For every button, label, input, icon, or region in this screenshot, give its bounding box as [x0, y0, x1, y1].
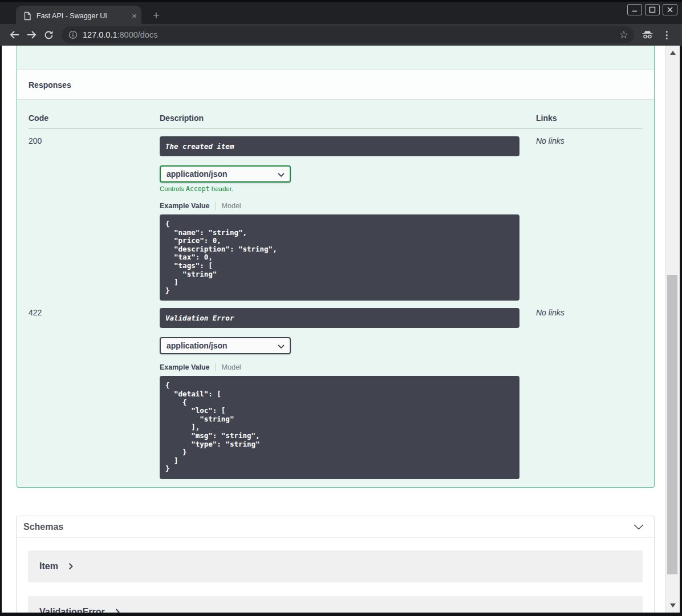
- opblock-spacer: [17, 46, 654, 70]
- links-cell: No links: [536, 136, 643, 301]
- accept-header-note: Controls Accept header.: [160, 185, 536, 193]
- schemas-title: Schemas: [23, 522, 63, 532]
- links-cell: No links: [536, 308, 643, 479]
- tab-model[interactable]: Model: [222, 202, 241, 210]
- response-description-box: Validation Error: [160, 308, 519, 328]
- profile-incognito-button[interactable]: [638, 26, 657, 43]
- media-type-value: application/json: [167, 341, 228, 350]
- schema-validationerror-card[interactable]: ValidationError: [28, 596, 643, 613]
- col-header-links: Links: [536, 114, 643, 123]
- site-info-icon[interactable]: [68, 30, 78, 39]
- browser-toolbar: 127.0.0.1:8000/docs ☆ ⋮: [0, 24, 682, 46]
- menu-dots-icon: ⋮: [662, 29, 672, 41]
- tab-title: Fast API - Swagger UI: [36, 12, 127, 20]
- example-json-200: { "name": "string", "price": 0, "descrip…: [165, 220, 514, 295]
- chevron-down-icon[interactable]: [634, 524, 644, 530]
- maximize-icon: [649, 6, 656, 13]
- vertical-scrollbar[interactable]: [665, 46, 680, 613]
- tab-separator: [216, 363, 216, 371]
- page-favicon-icon: [23, 11, 32, 21]
- schema-item-card[interactable]: Item: [28, 550, 643, 582]
- tab-strip: Fast API - Swagger UI × +: [0, 0, 682, 24]
- media-type-select-200[interactable]: application/json: [160, 165, 291, 183]
- url-host: 127.0.0.1: [83, 30, 117, 39]
- browser-tab[interactable]: Fast API - Swagger UI ×: [16, 6, 141, 26]
- reload-button[interactable]: [40, 26, 57, 43]
- responses-section-header: Responses: [17, 70, 654, 100]
- forward-arrow-icon: [26, 30, 37, 39]
- example-model-tabs: Example Value Model: [160, 202, 536, 210]
- reload-icon: [44, 30, 54, 40]
- response-code: 422: [29, 308, 160, 479]
- col-header-code: Code: [29, 114, 160, 123]
- scrollbar-up-arrow[interactable]: [670, 51, 676, 55]
- back-arrow-icon: [9, 30, 20, 39]
- minimize-icon: [631, 6, 638, 13]
- window-controls: [627, 4, 677, 15]
- responses-table-header: Code Description Links: [29, 100, 643, 129]
- minimize-button[interactable]: [627, 4, 642, 15]
- accept-note-prefix: Controls: [160, 185, 186, 192]
- responses-table: Code Description Links 200 The created i…: [17, 100, 654, 479]
- response-description-cell: Validation Error application/json Exampl…: [160, 308, 536, 479]
- scrollbar-thumb[interactable]: [667, 275, 677, 574]
- media-type-value: application/json: [167, 169, 228, 179]
- schemas-section: Schemas Item ValidationError: [16, 516, 655, 613]
- example-json-422: { "detail": [ { "loc": [ "string" ], "ms…: [165, 382, 514, 473]
- tab-example-value[interactable]: Example Value: [160, 202, 210, 210]
- responses-title: Responses: [29, 80, 71, 90]
- tab-close-icon[interactable]: ×: [132, 11, 137, 20]
- incognito-icon: [642, 31, 653, 39]
- tab-model[interactable]: Model: [222, 363, 241, 371]
- back-button[interactable]: [6, 26, 23, 43]
- opblock-post-responses: Responses Code Description Links 200 The…: [17, 46, 655, 488]
- maximize-button[interactable]: [645, 4, 660, 15]
- chevron-down-icon: [278, 173, 285, 177]
- schema-name: Item: [39, 561, 58, 572]
- browser-menu-button[interactable]: ⋮: [657, 26, 676, 43]
- schema-name: ValidationError: [39, 607, 105, 613]
- url-text[interactable]: 127.0.0.1:8000/docs: [83, 30, 614, 39]
- close-icon: [667, 6, 673, 13]
- example-json-block-200: { "name": "string", "price": 0, "descrip…: [160, 214, 519, 301]
- schemas-header[interactable]: Schemas: [17, 516, 654, 538]
- url-path: :8000/docs: [117, 30, 157, 39]
- new-tab-button[interactable]: +: [148, 7, 164, 23]
- response-row-422: 422 Validation Error application/json Ex…: [29, 301, 643, 479]
- response-code: 200: [29, 136, 160, 301]
- tab-example-value[interactable]: Example Value: [160, 363, 210, 371]
- chevron-right-icon: [68, 563, 73, 570]
- tab-separator: [216, 202, 216, 210]
- response-description-box: The created item: [160, 136, 519, 156]
- example-json-block-422: { "detail": [ { "loc": [ "string" ], "ms…: [160, 376, 519, 479]
- media-type-select-422[interactable]: application/json: [160, 337, 291, 354]
- accept-note-suffix: header.: [210, 185, 234, 192]
- accept-note-code: Accept: [186, 185, 210, 193]
- chevron-right-icon: [115, 609, 120, 613]
- col-header-description: Description: [160, 114, 536, 123]
- browser-window: Fast API - Swagger UI × +: [0, 0, 682, 616]
- scrollbar-down-arrow[interactable]: [670, 603, 676, 607]
- forward-button[interactable]: [23, 26, 40, 43]
- chevron-down-icon: [278, 345, 285, 348]
- response-description-cell: The created item application/json Contro…: [160, 136, 536, 301]
- page-content: Responses Code Description Links 200 The…: [2, 46, 665, 613]
- example-model-tabs: Example Value Model: [160, 363, 536, 371]
- bookmark-star-icon[interactable]: ☆: [619, 30, 628, 40]
- close-button[interactable]: [663, 4, 677, 15]
- response-row-200: 200 The created item application/json Co…: [29, 129, 643, 301]
- address-bar[interactable]: 127.0.0.1:8000/docs ☆: [62, 26, 634, 43]
